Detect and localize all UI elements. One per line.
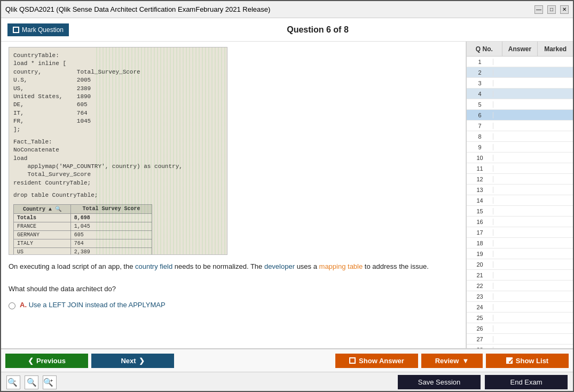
show-list-checkbox-icon: ✓ bbox=[506, 357, 513, 364]
question-list-row[interactable]: 22 bbox=[467, 281, 573, 291]
question-list-row[interactable]: 10 bbox=[467, 153, 573, 163]
question-number-list: 1 2 3 4 5 6 7 8 bbox=[467, 57, 573, 348]
panel-header: Q No. Answer Marked bbox=[467, 42, 573, 57]
question-list-row[interactable]: 11 bbox=[467, 163, 573, 174]
table-row: ITALY 764 bbox=[14, 239, 152, 247]
col-answer: Answer bbox=[502, 42, 538, 56]
question-number: 3 bbox=[467, 80, 493, 86]
zoom-normal-button[interactable]: 🔍 bbox=[25, 375, 38, 389]
code-line: applymap('MAP_COUNTRY', country) as coun… bbox=[13, 163, 223, 171]
code-line: DE, 605 bbox=[13, 101, 223, 109]
question-number: 4 bbox=[467, 91, 493, 97]
question-number: 8 bbox=[467, 133, 493, 140]
question-list-row[interactable]: 25 bbox=[467, 313, 573, 323]
mark-question-button[interactable]: Mark Question bbox=[7, 23, 69, 36]
minimize-button[interactable]: — bbox=[534, 5, 543, 14]
question-number: 11 bbox=[467, 165, 493, 172]
question-number: 2 bbox=[467, 69, 493, 76]
question-list-row[interactable]: 28 bbox=[467, 345, 573, 348]
zoom-in-button[interactable]: 🔍 + bbox=[43, 375, 57, 389]
code-line: FR, 1045 bbox=[13, 117, 223, 125]
titlebar: Qlik QSDA2021 (Qlik Sense Data Architect… bbox=[1, 1, 573, 18]
question-list-row[interactable]: 26 bbox=[467, 323, 573, 334]
show-list-button[interactable]: ✓ Show List bbox=[486, 354, 569, 368]
question-list-row[interactable]: 3 bbox=[467, 78, 573, 89]
previous-label: Previous bbox=[36, 357, 66, 365]
save-session-button[interactable]: Save Session bbox=[398, 375, 481, 389]
content-area: CountryTable: load * inline [ country, T… bbox=[1, 42, 573, 348]
close-button[interactable]: ✕ bbox=[560, 5, 569, 14]
question-list-row[interactable]: 23 bbox=[467, 291, 573, 302]
question-list-row[interactable]: 6 bbox=[467, 110, 573, 121]
zoom-out-button[interactable]: 🔍 - bbox=[6, 375, 20, 389]
show-answer-button[interactable]: Show Answer bbox=[335, 354, 418, 368]
end-exam-button[interactable]: End Exam bbox=[485, 375, 568, 389]
question-list-row[interactable]: 16 bbox=[467, 217, 573, 227]
question-list-row[interactable]: 7 bbox=[467, 121, 573, 131]
col-marked: Marked bbox=[538, 42, 573, 56]
table-row: US 2,389 bbox=[14, 247, 152, 255]
row-value: 8,698 bbox=[70, 213, 152, 222]
row-label: FRANCE bbox=[14, 222, 71, 230]
question-list-row[interactable]: 12 bbox=[467, 174, 573, 185]
question-list-row[interactable]: 13 bbox=[467, 185, 573, 195]
question-number: 18 bbox=[467, 240, 493, 246]
question-title: Question 6 of 8 bbox=[69, 25, 567, 35]
next-button[interactable]: Next ❯ bbox=[91, 354, 174, 368]
main-question-area: CountryTable: load * inline [ country, T… bbox=[1, 42, 466, 348]
question-number: 7 bbox=[467, 123, 493, 129]
question-list-row[interactable]: 18 bbox=[467, 238, 573, 249]
question-list-row[interactable]: 15 bbox=[467, 206, 573, 217]
table-header-score: Total Survey Score bbox=[70, 204, 152, 213]
question-list-row[interactable]: 14 bbox=[467, 195, 573, 206]
question-list-row[interactable]: 17 bbox=[467, 227, 573, 238]
question-list-row[interactable]: 20 bbox=[467, 259, 573, 270]
left-arrow-icon: ❮ bbox=[28, 357, 34, 365]
question-list-row[interactable]: 9 bbox=[467, 142, 573, 153]
table-row: GERMANY 605 bbox=[14, 230, 152, 239]
question-list-row[interactable]: 27 bbox=[467, 334, 573, 345]
question-number: 28 bbox=[467, 347, 493, 349]
answer-radio-a[interactable] bbox=[9, 302, 15, 309]
code-line: load * inline [ bbox=[13, 60, 223, 68]
question-list-row[interactable]: 5 bbox=[467, 99, 573, 110]
row-value: 605 bbox=[70, 230, 152, 239]
end-exam-label: End Exam bbox=[510, 378, 542, 386]
code-line: U.S, 2005 bbox=[13, 76, 223, 84]
question-text: On executing a load script of an app, th… bbox=[9, 261, 458, 294]
main-toolbar: Mark Question Question 6 of 8 bbox=[1, 18, 573, 42]
zoom-normal-icon: 🔍 bbox=[27, 378, 37, 387]
code-block: CountryTable: load * inline [ country, T… bbox=[13, 52, 223, 134]
question-number: 16 bbox=[467, 219, 493, 225]
question-number: 15 bbox=[467, 208, 493, 214]
question-list-row[interactable]: 19 bbox=[467, 249, 573, 259]
question-number: 1 bbox=[467, 59, 493, 65]
question-list-row[interactable]: 21 bbox=[467, 270, 573, 281]
review-button[interactable]: Review ▼ bbox=[421, 354, 483, 368]
question-list-row[interactable]: 4 bbox=[467, 89, 573, 99]
row-value: 1,045 bbox=[70, 222, 152, 230]
show-answer-label: Show Answer bbox=[359, 357, 404, 365]
question-number: 20 bbox=[467, 261, 493, 268]
answer-option-a: A. Use a LEFT JOIN instead of the APPLYM… bbox=[9, 301, 458, 309]
question-number: 21 bbox=[467, 272, 493, 278]
question-list-row[interactable]: 1 bbox=[467, 57, 573, 67]
question-list-row[interactable]: 24 bbox=[467, 302, 573, 313]
code-line: NoConcatenate bbox=[13, 146, 223, 154]
question-list-panel: Q No. Answer Marked 1 2 3 4 5 6 bbox=[466, 42, 573, 348]
question-list-row[interactable]: 8 bbox=[467, 131, 573, 142]
code-line: United States, 1890 bbox=[13, 93, 223, 101]
question-list-row[interactable]: 2 bbox=[467, 67, 573, 78]
question-number: 22 bbox=[467, 283, 493, 289]
question-number: 14 bbox=[467, 197, 493, 204]
question-part1: On executing a load script of an app, th… bbox=[9, 261, 458, 273]
maximize-button[interactable]: □ bbox=[547, 5, 556, 14]
question-number: 17 bbox=[467, 229, 493, 236]
code-block-3: drop table CountryTable; bbox=[13, 191, 223, 199]
question-number: 13 bbox=[467, 187, 493, 193]
row-value: 2,389 bbox=[70, 247, 152, 255]
question-number: 24 bbox=[467, 304, 493, 310]
code-line: ]; bbox=[13, 126, 223, 134]
show-answer-checkbox-icon bbox=[349, 357, 356, 364]
previous-button[interactable]: ❮ Previous bbox=[5, 354, 88, 368]
